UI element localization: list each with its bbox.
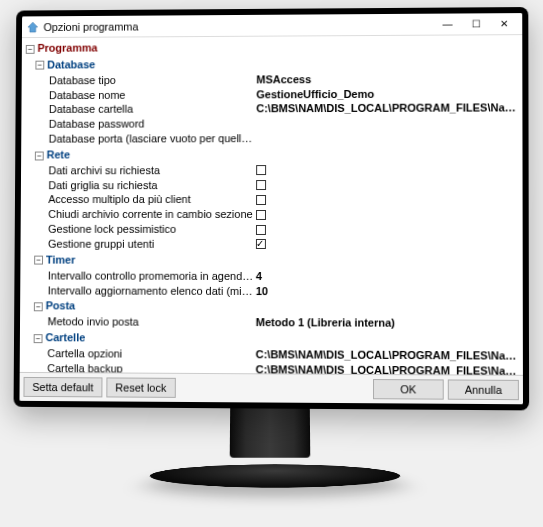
root-label: Programma	[37, 42, 97, 54]
collapse-icon[interactable]: −	[35, 151, 44, 160]
option-row: Chiudi archivio corrente in cambio sezio…	[25, 207, 519, 222]
option-row: Gestione gruppi utenti	[24, 237, 518, 252]
spacer	[180, 388, 369, 389]
options-tree[interactable]: −Programma −Database Database tipoMSAcce…	[20, 35, 523, 375]
app-icon	[26, 20, 40, 34]
maximize-button[interactable]: ☐	[462, 14, 490, 34]
section-label: Posta	[46, 300, 76, 312]
collapse-icon[interactable]: −	[26, 45, 35, 54]
option-row: Database password	[25, 116, 518, 132]
section-label: Database	[47, 58, 95, 70]
option-label: Dati archivi su richiesta	[48, 163, 256, 178]
option-label: Database password	[49, 116, 257, 131]
checkbox[interactable]	[256, 165, 266, 175]
collapse-icon[interactable]: −	[34, 302, 43, 311]
option-value[interactable]: C:\BMS\NAM\DIS_LOCAL\PROGRAM_FILES\Namir…	[256, 101, 518, 117]
ok-button[interactable]: OK	[373, 379, 444, 400]
section-label: Cartelle	[45, 331, 85, 343]
option-value[interactable]: 4	[256, 269, 519, 285]
minimize-button[interactable]: —	[433, 14, 461, 34]
option-row: Database porta (lasciare vuoto per quell…	[25, 131, 518, 147]
section-label: Timer	[46, 253, 75, 265]
option-label: Database porta (lasciare vuoto per quell…	[49, 131, 257, 146]
option-value[interactable]: C:\BMS\NAM\DIS_LOCAL\PROGRAM_FILES\Namir…	[256, 347, 519, 363]
collapse-icon[interactable]: −	[34, 256, 43, 265]
option-row: Dati griglia su richiesta	[25, 177, 519, 192]
option-value[interactable]: GestioneUfficio_Demo	[256, 86, 518, 102]
option-value[interactable]	[256, 138, 518, 139]
titlebar: Opzioni programma — ☐ ✕	[22, 13, 522, 38]
section-posta[interactable]: −Posta	[24, 298, 519, 317]
checkbox[interactable]	[256, 180, 266, 190]
checkbox[interactable]	[256, 239, 266, 249]
option-row: Intervallo controllo promemoria in agend…	[24, 268, 518, 284]
application-window: Opzioni programma — ☐ ✕ −Programma −Data…	[19, 13, 523, 404]
option-label: Dati griglia su richiesta	[48, 178, 256, 193]
option-row: Metodo invio postaMetodo 1 (Libreria int…	[24, 314, 519, 331]
collapse-icon[interactable]: −	[35, 61, 44, 70]
option-label: Metodo invio posta	[48, 314, 256, 330]
option-value[interactable]: Metodo 1 (Libreria interna)	[256, 315, 519, 331]
option-label: Gestione lock pessimistico	[48, 222, 256, 237]
option-row: Gestione lock pessimistico	[25, 222, 519, 237]
option-label: Intervallo controllo promemoria in agend…	[48, 268, 256, 283]
setta-default-button[interactable]: Setta default	[23, 377, 102, 397]
collapse-icon[interactable]: −	[34, 334, 43, 343]
option-row: Accesso multiplo da più client	[25, 192, 519, 207]
option-label: Database cartella	[49, 102, 256, 117]
section-rete[interactable]: −Rete	[25, 145, 518, 163]
option-row: Dati archivi su richiesta	[25, 162, 519, 177]
checkbox[interactable]	[256, 210, 266, 220]
checkbox[interactable]	[256, 225, 266, 235]
monitor-stand-base	[145, 464, 406, 487]
section-label: Rete	[47, 148, 70, 160]
window-title: Opzioni programma	[43, 18, 433, 32]
option-label: Database nome	[49, 87, 256, 103]
button-bar: Setta default Reset lock OK Annulla	[19, 372, 523, 404]
option-label: Database tipo	[49, 72, 256, 88]
option-label: Intervallo aggiornamento elenco dati (mi…	[48, 283, 256, 298]
option-row: Intervallo aggiornamento elenco dati (mi…	[24, 283, 519, 299]
option-label: Gestione gruppi utenti	[48, 237, 256, 252]
close-button[interactable]: ✕	[490, 14, 518, 34]
option-label: Cartella opzioni	[47, 346, 255, 362]
checkbox[interactable]	[256, 195, 266, 205]
option-value[interactable]: 10	[256, 284, 519, 300]
option-row: Database cartellaC:\BMS\NAM\DIS_LOCAL\PR…	[25, 101, 518, 117]
reset-lock-button[interactable]: Reset lock	[106, 377, 176, 397]
option-label: Chiudi archivio corrente in cambio sezio…	[48, 207, 256, 222]
section-timer[interactable]: −Timer	[24, 251, 518, 269]
annulla-button[interactable]: Annulla	[448, 379, 519, 400]
option-value[interactable]	[256, 123, 518, 124]
option-value[interactable]: MSAccess	[256, 71, 518, 87]
option-label: Accesso multiplo da più client	[48, 192, 256, 207]
monitor-bezel: Opzioni programma — ☐ ✕ −Programma −Data…	[14, 7, 530, 410]
